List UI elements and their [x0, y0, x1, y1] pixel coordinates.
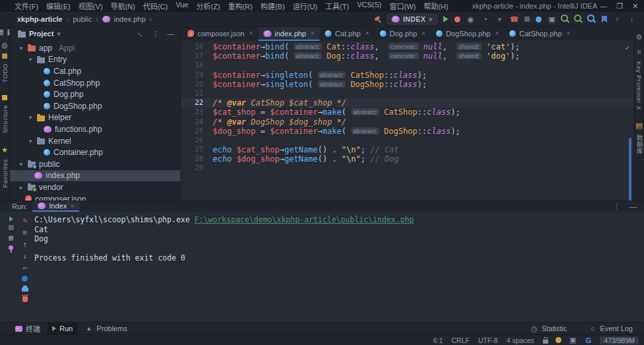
sort-list-icon[interactable]: ≡ [20, 228, 29, 237]
run-console[interactable]: ▦ ✎≡↑↓↩ C:\Users\syfxl\scoop\shims\php.e… [0, 212, 644, 322]
chevron-down-icon[interactable]: ▾ [18, 45, 24, 51]
notifications-icon[interactable] [555, 337, 561, 343]
tree-item-dog-php[interactable]: Dog.php [10, 88, 180, 100]
inspections-ok-icon[interactable]: ✓ [625, 44, 629, 53]
toolwindow-button-statistic[interactable]: ◷Statistic [525, 324, 572, 334]
encoding-indicator[interactable]: UTF-8 [478, 336, 498, 344]
print-icon[interactable] [22, 288, 28, 292]
menu-item-13[interactable]: 窗口(W) [386, 1, 420, 11]
tree-item-catshop-php[interactable]: CatShop.php [10, 77, 180, 89]
close-icon[interactable]: × [567, 30, 571, 37]
chevron-down-icon[interactable]: ▾ [27, 138, 34, 144]
breadcrumb-item[interactable]: public [73, 15, 92, 23]
menu-item-2[interactable]: 编辑(E) [42, 1, 75, 11]
soft-wrap-icon[interactable]: ↩ [20, 264, 29, 272]
maximize-button[interactable]: ❐ [616, 0, 623, 12]
chevron-down-icon[interactable]: ▾ [27, 56, 34, 63]
attach-debugger-phone-icon[interactable]: ☎ [510, 15, 519, 24]
tab-catshop-php[interactable]: CatShop.php× [504, 27, 575, 41]
breadcrumb-item[interactable]: index.php [114, 15, 146, 23]
tree-item-entry[interactable]: ▾Entry [10, 54, 180, 66]
next-occurrence-icon[interactable]: ↓ [627, 15, 636, 24]
tree-item-kernel[interactable]: ▾Kernel [10, 135, 180, 147]
caret-position[interactable]: 6:1 [433, 336, 443, 344]
pin-tab-icon[interactable] [9, 245, 13, 250]
run-config-edit-icon[interactable]: ✎ [20, 216, 29, 225]
tree-item-helper[interactable]: ▾Helper [10, 112, 180, 124]
close-icon[interactable]: × [249, 30, 253, 37]
run-options-kebab-icon[interactable]: ⋮ [612, 203, 621, 211]
menu-item-7[interactable]: 分析(Z) [192, 1, 224, 11]
panel-options-kebab-icon[interactable]: ⋮ [151, 30, 160, 38]
close-icon[interactable]: × [365, 30, 369, 37]
menu-item-8[interactable]: 重构(R) [224, 1, 256, 11]
find-in-path-icon[interactable] [587, 15, 594, 22]
prev-occurrence-icon[interactable]: ↑ [613, 15, 622, 24]
close-icon[interactable]: × [70, 203, 74, 210]
stop-icon[interactable] [9, 225, 14, 230]
chevron-down-icon[interactable]: ▾ [18, 161, 24, 168]
profiler-icon[interactable]: ◔ [481, 15, 489, 24]
tree-item-functions-php[interactable]: functions.php [10, 123, 180, 135]
gear-icon[interactable]: ⚙ [635, 33, 643, 42]
line-ending-indicator[interactable]: CRLF [452, 336, 470, 344]
tab-composer-json[interactable]: ♪composer.json× [182, 27, 258, 41]
tab-cat-php[interactable]: Cat.php× [320, 27, 374, 41]
down-stack-trace-icon[interactable]: ↓ [20, 252, 29, 261]
console-file-link[interactable]: F:\workspace\demo\xkphp-article\public\i… [194, 215, 413, 224]
menu-item-3[interactable]: 视图(V) [75, 1, 107, 11]
hide-run-panel-icon[interactable]: — [629, 203, 637, 211]
close-icon[interactable]: × [311, 30, 315, 37]
chevron-down-icon[interactable]: ▾ [27, 114, 34, 121]
tab-dog-php[interactable]: Dog.php× [375, 27, 431, 41]
scroll-to-end-icon[interactable] [22, 276, 28, 282]
close-icon[interactable]: × [495, 30, 499, 37]
project-panel-title[interactable]: Project [29, 30, 54, 38]
rerun-icon[interactable] [9, 216, 13, 222]
readonly-lock-icon[interactable] [543, 340, 548, 344]
up-stack-trace-icon[interactable]: ↑ [20, 240, 29, 249]
tab-dogshop-php[interactable]: DogShop.php× [431, 27, 504, 41]
code-editor[interactable]: ✓ 16$container→bind( abstract: Cat::clas… [181, 41, 633, 201]
toolwindow-button-problems[interactable]: ▲Problems [80, 323, 131, 334]
google-translate-icon[interactable]: G [586, 336, 592, 344]
menu-item-11[interactable]: 工具(T) [321, 1, 353, 11]
editor-scrollbar[interactable] [629, 138, 631, 201]
tree-item-public[interactable]: ▾public [10, 158, 180, 170]
tab-index-php[interactable]: index.php× [258, 27, 320, 41]
tree-item-dogshop-php[interactable]: DogShop.php [10, 100, 180, 112]
toolwindow-icon[interactable]: ▣ [548, 15, 556, 24]
restore-layout-icon[interactable]: ▦ [7, 234, 15, 242]
run-tab-index[interactable]: Index × [32, 201, 79, 212]
menu-item-10[interactable]: 运行(U) [289, 1, 321, 11]
tree-item-index-php[interactable]: index.php [10, 170, 180, 182]
right-stripe-item[interactable]: ⚙ [635, 33, 643, 42]
hide-panel-icon[interactable]: — [166, 30, 175, 38]
tree-item-cat-php[interactable]: Cat.php [10, 65, 180, 77]
tree-item-container-php[interactable]: Container.php [10, 146, 180, 158]
commit-icon[interactable]: ◍ [1, 41, 9, 49]
collapse-all-icon[interactable]: ↔ [134, 28, 146, 40]
replace-icon[interactable] [574, 15, 581, 22]
menu-item-14[interactable]: 帮助(H) [419, 1, 452, 11]
menu-item-9[interactable]: 构建(B) [256, 1, 289, 11]
toolwindow-button-终端[interactable]: >_终端 [11, 323, 45, 334]
minimize-button[interactable]: — [600, 0, 607, 12]
tree-item-composer-json[interactable]: ♪composer.json [10, 193, 180, 201]
tree-item-app[interactable]: ▾appApp\ [10, 42, 180, 54]
indent-indicator[interactable]: 4 spaces [507, 336, 534, 344]
debug-bug-icon[interactable] [454, 16, 460, 22]
code-with-me-icon[interactable] [536, 16, 542, 22]
bookmark-icon[interactable] [602, 16, 607, 22]
menu-item-12[interactable]: VCS(S) [353, 1, 385, 11]
close-icon[interactable]: × [421, 30, 425, 37]
menu-item-6[interactable]: Vue [172, 1, 192, 11]
close-button[interactable]: ✕ [632, 0, 638, 12]
memory-indicator[interactable]: 473/989M [600, 336, 639, 344]
toolwindow-button-run[interactable]: Run [48, 323, 77, 334]
chevron-down-icon[interactable]: ▾ [57, 30, 61, 38]
build-hammer-icon[interactable] [374, 16, 381, 23]
clear-all-icon[interactable] [22, 296, 28, 302]
menu-item-1[interactable]: 文件(F) [11, 1, 42, 11]
menu-item-5[interactable]: 代码(C) [139, 1, 172, 11]
